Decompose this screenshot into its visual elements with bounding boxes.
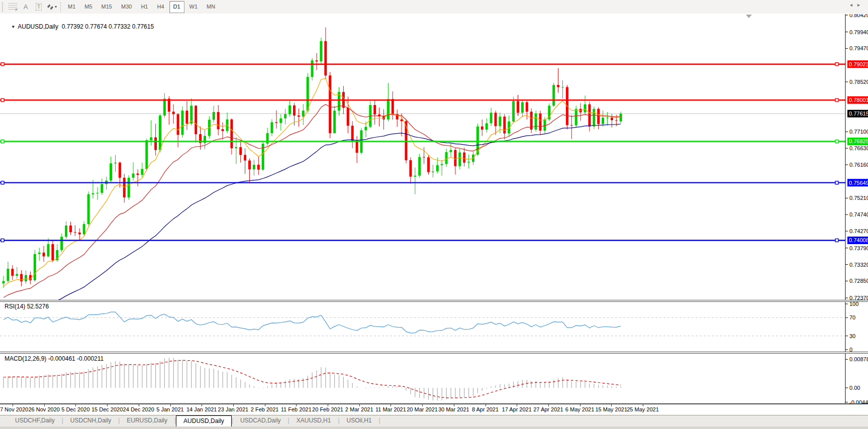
svg-text:0.77615: 0.77615	[849, 111, 868, 117]
fibonacci-retracement-icon[interactable]: F	[7, 2, 19, 13]
svg-text:0.76160: 0.76160	[849, 162, 868, 168]
timeframe-button-m5[interactable]: M5	[80, 1, 96, 13]
status-strip	[0, 426, 868, 429]
timeframe-button-m1[interactable]: M1	[64, 1, 79, 13]
price-axis-labels: 0.804200.799400.794700.785200.771000.766…	[845, 14, 868, 300]
svg-text:70: 70	[849, 314, 855, 320]
macd-histogram	[4, 358, 621, 400]
chart-tab-usdchf[interactable]: USDCHF,Daily	[8, 415, 62, 427]
tab-scroll-left-icon[interactable]: ◂	[850, 2, 857, 8]
rsi-chart-canvas[interactable]: 10070300	[0, 302, 868, 352]
svg-text:0.74008: 0.74008	[849, 237, 868, 243]
timeframe-button-w1[interactable]: W1	[185, 1, 202, 13]
mid-ma-line	[4, 104, 621, 298]
chart-tab-eurusd[interactable]: EURUSD,Daily	[120, 415, 174, 427]
timeframe-button-h4[interactable]: H4	[153, 1, 168, 13]
candlestick-chart-canvas[interactable]: 0.804200.799400.794700.785200.771000.766…	[0, 14, 868, 300]
svg-text:0.79023: 0.79023	[849, 61, 868, 67]
macd-panel[interactable]: 0.0087820.00-0.004451	[0, 354, 868, 403]
svg-text:0.75210: 0.75210	[849, 195, 868, 201]
svg-text:0.79940: 0.79940	[849, 29, 868, 35]
toolbar-separator	[60, 2, 61, 12]
main-chart-panel[interactable]: 0.804200.799400.794700.785200.771000.766…	[0, 14, 868, 300]
svg-text:0.73320: 0.73320	[849, 262, 868, 268]
svg-text:0.75649: 0.75649	[849, 180, 868, 186]
date-axis: 17 Nov 202026 Nov 20205 Dec 202015 Dec 2…	[0, 404, 868, 415]
timeframe-button-mn[interactable]: MN	[203, 1, 219, 13]
svg-text:0: 0	[849, 347, 852, 352]
slow-ma-line	[4, 124, 621, 300]
macd-chart-canvas[interactable]: 0.0087820.00-0.004451	[0, 354, 868, 403]
arrows-icon[interactable]: ▾	[46, 2, 58, 13]
svg-text:-0.004451: -0.004451	[849, 399, 868, 403]
chart-ohlc-values: 0.77392 0.77674 0.77332 0.77615	[62, 23, 154, 30]
svg-text:0.76630: 0.76630	[849, 145, 868, 151]
chart-tab-usdcnh[interactable]: USDCNH,Daily	[63, 415, 118, 427]
timeframe-button-m15[interactable]: M15	[98, 1, 116, 13]
chart-tab-audusd[interactable]: AUDUSD,Daily	[176, 415, 232, 427]
svg-text:0.79470: 0.79470	[849, 45, 868, 51]
tab-scroll-arrows: ◂▸	[850, 2, 865, 8]
svg-text:0.78001: 0.78001	[849, 97, 868, 103]
arrows-glyph	[47, 4, 54, 11]
svg-text:0.72850: 0.72850	[849, 278, 868, 284]
svg-text:0.72370: 0.72370	[849, 295, 868, 300]
dropdown-caret-icon[interactable]: ▾	[55, 5, 57, 9]
timeframe-button-m30[interactable]: M30	[117, 1, 136, 13]
svg-text:0.00: 0.00	[849, 385, 860, 391]
svg-text:100: 100	[849, 302, 858, 307]
timeframe-button-d1[interactable]: D1	[169, 1, 184, 13]
timeframe-button-group: M1M5M15M30H1H4D1W1MN	[63, 1, 220, 13]
svg-text:0.77100: 0.77100	[849, 129, 868, 135]
svg-text:0.008782: 0.008782	[849, 356, 868, 362]
horizontal-lines-layer[interactable]	[0, 63, 845, 242]
chart-tab-usdcad[interactable]: USDCAD,Daily	[233, 415, 288, 427]
rsi-line	[4, 312, 621, 333]
rsi-label: RSI(14) 52.5276	[5, 303, 49, 310]
toolbar-grip[interactable]	[1, 3, 5, 12]
symbol-dropdown-icon[interactable]: ▼	[11, 25, 15, 29]
svg-text:0.73790: 0.73790	[849, 245, 868, 251]
fibonacci-lines-glyph: F	[9, 3, 17, 11]
svg-text:0.76825: 0.76825	[849, 138, 868, 144]
toolbar: F A T ▾ M1M5M15M30H1H4D1W1MN	[0, 0, 868, 14]
chart-window: ▼AUDUSD,Daily 0.77392 0.77674 0.77332 0.…	[0, 14, 868, 405]
svg-text:0.74270: 0.74270	[849, 228, 868, 234]
timeframe-button-h1[interactable]: H1	[137, 1, 152, 13]
text-box-icon[interactable]: T	[33, 2, 45, 13]
date-label: 25 May 2021	[620, 406, 665, 412]
svg-text:0.80420: 0.80420	[849, 14, 868, 18]
chart-symbol-label: AUDUSD,Daily	[18, 23, 58, 30]
svg-text:30: 30	[849, 333, 855, 339]
chart-title: ▼AUDUSD,Daily 0.77392 0.77674 0.77332 0.…	[5, 16, 154, 37]
tab-scroll-right-icon[interactable]: ▸	[857, 2, 865, 8]
chart-shift-marker[interactable]	[746, 15, 752, 18]
tab-separator: |	[379, 415, 380, 427]
text-label-icon[interactable]: A	[20, 2, 32, 13]
chart-tab-bar: USDCHF,Daily|USDCNH,Daily|EURUSD,Daily|A…	[0, 415, 868, 427]
svg-text:0.74740: 0.74740	[849, 211, 868, 218]
macd-label: MACD(12,26,9) -0.000461 -0.000211	[5, 355, 104, 362]
chart-tab-usoil[interactable]: USOil,H1	[340, 415, 379, 427]
candlestick-layer	[3, 27, 622, 288]
rsi-panel[interactable]: 10070300	[0, 302, 868, 352]
svg-text:0.78520: 0.78520	[849, 79, 868, 85]
chart-tab-xauusd[interactable]: XAUUSD,H1	[290, 415, 338, 427]
